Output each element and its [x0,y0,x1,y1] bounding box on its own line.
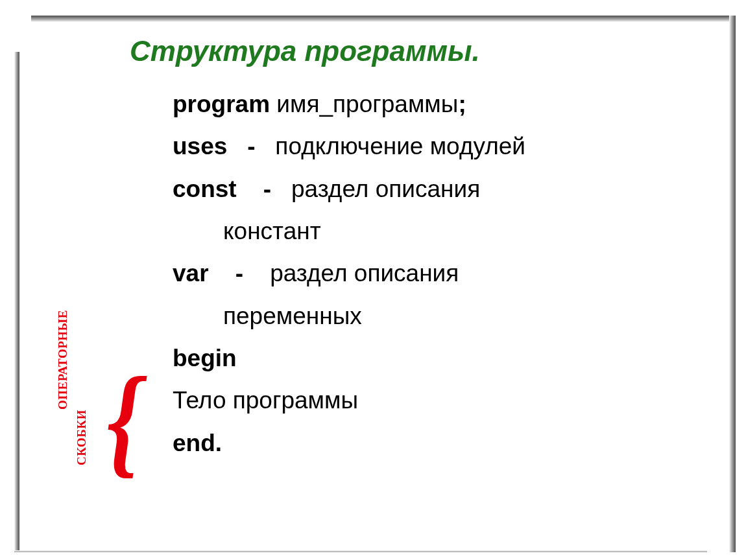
line-var: var - раздел описания [173,255,688,292]
line-const-cont: констант [173,213,688,250]
text-var-desc: раздел описания [270,260,459,286]
side-label-operator: ОПЕРАТОРНЫЕ [56,310,70,410]
text-const-cont: констант [223,218,321,244]
slide-title: Структура программы. [130,35,480,67]
right-border [729,16,736,552]
bottom-border [14,550,707,552]
text-uses-desc: подключение модулей [275,133,525,159]
side-label-brackets: СКОБКИ [75,410,89,465]
text-var-cont: переменных [223,303,362,329]
keyword-uses: uses [173,133,227,159]
brace-icon: { [107,366,141,476]
line-var-cont: переменных [173,298,688,334]
slide: Структура программы. program имя_програм… [0,0,746,560]
keyword-program: program [173,91,276,117]
semicolon: ; [458,91,466,117]
content-block: program имя_программы; uses - подключени… [173,86,688,467]
text-const-desc: раздел описания [291,176,480,202]
line-program: program имя_программы; [173,86,688,122]
line-const: const - раздел описания [173,170,688,207]
keyword-var: var [173,260,209,286]
text-body: Тело программы [173,387,358,414]
top-border [31,16,736,22]
dash-uses: - [227,133,275,159]
dash-const: - [237,176,291,202]
left-border [14,52,19,552]
dash-var: - [209,260,271,286]
keyword-const: const [173,176,237,202]
text-program-name: имя_программы [276,91,458,117]
line-uses: uses - подключение модулей [173,128,688,165]
keyword-end: end. [173,430,222,456]
line-body: Тело программы [173,382,688,419]
keyword-begin: begin [173,345,237,371]
line-begin: begin [173,340,688,377]
line-end: end. [173,425,688,461]
